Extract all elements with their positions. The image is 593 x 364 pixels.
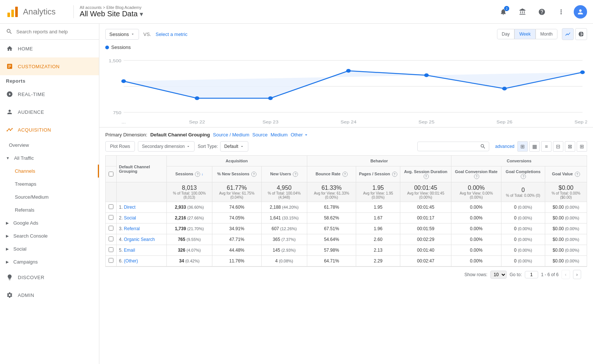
goal-conv-help[interactable]: ?: [474, 174, 479, 179]
channel-link-1[interactable]: Social: [124, 215, 136, 221]
search-console-header[interactable]: ▶ Search Console: [0, 229, 99, 242]
row-checkbox-2[interactable]: [106, 224, 117, 234]
th-behavior-group: Behavior: [307, 156, 451, 166]
svg-rect-0: [7, 13, 10, 17]
row-sessions-2: 1,739 (21.70%): [166, 224, 212, 234]
th-goal-value[interactable]: Goal Value ?: [545, 166, 587, 182]
social-header[interactable]: ▶ Social: [0, 242, 99, 255]
th-pct-new-sessions[interactable]: % New Sessions ?: [212, 166, 262, 182]
dim-medium[interactable]: Medium: [271, 132, 288, 138]
svg-rect-2: [15, 7, 18, 17]
all-traffic-header[interactable]: ▼ All Traffic: [0, 152, 99, 165]
pages-help[interactable]: ?: [392, 172, 397, 177]
view-month-button[interactable]: Month: [536, 29, 557, 39]
property-dropdown-arrow[interactable]: ▾: [140, 10, 143, 18]
channel-link-2[interactable]: Referral: [124, 226, 140, 231]
next-page-button[interactable]: ›: [573, 270, 581, 279]
table-view-pivot-button[interactable]: ⊟: [553, 141, 563, 152]
table-view-compare-button[interactable]: ≡: [541, 141, 551, 152]
google-ads-header[interactable]: ▶ Google Ads: [0, 216, 99, 229]
row-goal-val-4: $0.00 (0.00%): [545, 245, 587, 256]
sub-sourcemedium[interactable]: Source/Medium: [12, 191, 99, 203]
totals-goal-comp: 0 % of Total: 0.00% (0): [501, 182, 545, 202]
sidebar-item-customization[interactable]: CUSTOMIZATION: [0, 57, 99, 75]
more-button[interactable]: [554, 5, 568, 19]
view-day-button[interactable]: Day: [497, 29, 514, 39]
sub-overview[interactable]: Overview: [0, 139, 99, 152]
goal-val-help[interactable]: ?: [575, 172, 580, 177]
bounce-help[interactable]: ?: [342, 172, 348, 177]
sidebar-item-audience[interactable]: AUDIENCE: [0, 103, 99, 121]
avg-session-help[interactable]: ?: [424, 174, 429, 179]
channel-link-3[interactable]: Organic Search: [124, 237, 155, 242]
channel-link-0[interactable]: Direct: [124, 205, 135, 210]
line-chart-button[interactable]: [562, 28, 574, 40]
table-view-custom-button[interactable]: ⊞: [577, 141, 587, 152]
row-bounce-5: 64.71%: [307, 256, 356, 267]
th-new-users[interactable]: New Users ?: [261, 166, 307, 182]
dim-sourcemedium[interactable]: Source / Medium: [213, 132, 249, 138]
dim-other[interactable]: Other: [291, 132, 309, 138]
chart-legend: Sessions: [105, 44, 587, 50]
row-checkbox-0[interactable]: [106, 202, 117, 213]
th-avg-session[interactable]: Avg. Session Duration ?: [400, 166, 451, 182]
select-metric[interactable]: Select a metric: [156, 32, 188, 37]
go-to-input[interactable]: [525, 271, 538, 278]
row-checkbox-3[interactable]: [106, 234, 117, 245]
table-view-grid-button[interactable]: ⊞: [517, 141, 528, 152]
table-search-input[interactable]: [421, 144, 480, 149]
sub-treemaps[interactable]: Treemaps: [12, 178, 99, 191]
breadcrumb-property[interactable]: All Web Site Data ▾: [80, 10, 143, 18]
sidebar-item-discover[interactable]: DISCOVER: [0, 268, 99, 286]
th-sessions[interactable]: Sessions ? ↓: [166, 166, 212, 182]
notifications-button[interactable]: 2: [497, 5, 510, 19]
goal-comp-help[interactable]: ?: [521, 174, 526, 179]
user-avatar[interactable]: [574, 5, 587, 19]
pct-new-help[interactable]: ?: [251, 172, 256, 177]
sidebar-item-acquisition[interactable]: ACQUISITION: [0, 121, 99, 139]
th-select-all[interactable]: [106, 166, 117, 182]
metric-label: Sessions: [109, 32, 129, 37]
home-label: HOME: [18, 46, 33, 52]
sort-dropdown[interactable]: Default: [220, 141, 248, 152]
row-pages-1: 1.67: [356, 213, 400, 224]
row-avg-session-0: 00:01:45: [400, 202, 451, 213]
help-button[interactable]: [535, 5, 549, 19]
plot-rows-button[interactable]: Plot Rows: [105, 141, 135, 152]
new-users-help[interactable]: ?: [293, 172, 298, 177]
svg-point-9: [121, 79, 126, 83]
row-checkbox-5[interactable]: [106, 256, 117, 267]
th-checkbox: [106, 156, 117, 166]
sidebar-item-realtime[interactable]: REAL-TIME: [0, 85, 99, 103]
select-all-checkbox[interactable]: [109, 172, 113, 176]
totals-pct-new: 61.77% Avg for View: 61.75% (0.04%): [212, 182, 262, 202]
sidebar-item-admin[interactable]: ADMIN: [0, 286, 99, 304]
table-view-bar-button[interactable]: ▦: [529, 141, 540, 152]
row-checkbox-4[interactable]: [106, 245, 117, 256]
view-week-button[interactable]: Week: [514, 29, 535, 39]
customization-icon: [6, 63, 13, 70]
table-area: Primary Dimension: Default Channel Group…: [99, 128, 593, 287]
table-view-lifetime-button[interactable]: ⊠: [565, 141, 575, 152]
sub-referrals[interactable]: Referrals: [12, 203, 99, 216]
sub-channels[interactable]: Channels: [12, 165, 99, 178]
th-bounce-rate[interactable]: Bounce Rate ?: [307, 166, 356, 182]
search-input[interactable]: [16, 29, 93, 34]
secondary-dimension-button[interactable]: Secondary dimension: [138, 141, 195, 152]
th-pages-session[interactable]: Pages / Session ?: [356, 166, 400, 182]
sessions-help[interactable]: ?: [195, 172, 200, 177]
apps-button[interactable]: [516, 5, 529, 19]
show-rows-select[interactable]: 10 25 50: [490, 271, 507, 279]
channel-link-5[interactable]: (Other): [124, 258, 138, 264]
channel-link-4[interactable]: Email: [124, 248, 135, 253]
th-goal-conv-rate[interactable]: Goal Conversion Rate ?: [451, 166, 501, 182]
th-goal-completions[interactable]: Goal Completions ?: [501, 166, 545, 182]
advanced-link[interactable]: advanced: [495, 144, 514, 149]
prev-page-button[interactable]: ‹: [561, 270, 570, 279]
campaigns-header[interactable]: ▶ Campaigns: [0, 255, 99, 268]
metric-dropdown[interactable]: Sessions: [105, 29, 139, 40]
dim-source[interactable]: Source: [252, 132, 268, 138]
row-checkbox-1[interactable]: [106, 213, 117, 224]
sidebar-item-home[interactable]: HOME: [0, 40, 99, 57]
pie-chart-button[interactable]: [575, 28, 587, 40]
